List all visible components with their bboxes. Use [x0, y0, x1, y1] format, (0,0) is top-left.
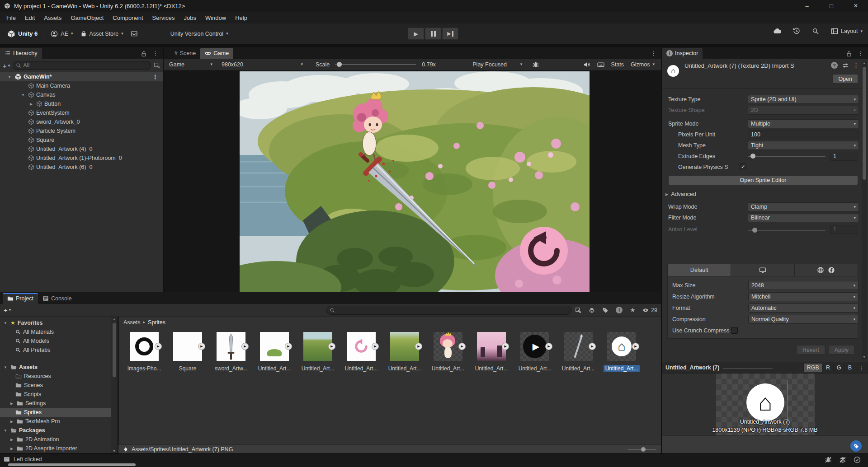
- hierarchy-item[interactable]: Particle System: [0, 126, 163, 135]
- asset-item[interactable]: ▶ ▶ Untitled_Art...: [514, 332, 556, 378]
- hierarchy-item[interactable]: Main Camera: [0, 81, 163, 90]
- asset-item selected[interactable]: ⌂ ▶ Untitled_Art...: [601, 332, 642, 378]
- use-crunch-checkbox[interactable]: [731, 327, 738, 334]
- asset-item[interactable]: ▶ Untitled_Art...: [340, 332, 382, 378]
- expand-subassets-icon[interactable]: ▶: [328, 343, 335, 350]
- header-menu-icon[interactable]: ⋮: [853, 62, 859, 69]
- expand-subassets-icon[interactable]: ▶: [198, 343, 205, 350]
- resize-algorithm-dropdown[interactable]: Mitchell▾: [748, 292, 859, 301]
- advanced-foldout[interactable]: ▶ Advanced: [665, 190, 696, 199]
- asset-item[interactable]: ▶ Untitled_Art...: [427, 332, 469, 378]
- presets-icon[interactable]: [842, 62, 849, 69]
- preview-menu-icon[interactable]: ⋮: [859, 364, 864, 371]
- menu-window[interactable]: Window: [201, 12, 231, 23]
- panel-menu-icon[interactable]: ⋮: [858, 50, 863, 57]
- help-icon[interactable]: ?: [831, 62, 838, 69]
- filter-mode-dropdown[interactable]: Bilinear▾: [748, 213, 859, 222]
- search-icon[interactable]: [812, 28, 819, 35]
- menu-edit[interactable]: Edit: [20, 12, 39, 23]
- minimize-button[interactable]: –: [795, 0, 819, 12]
- extrude-edges-slider[interactable]: [748, 156, 826, 157]
- folder-scenes[interactable]: Scenes: [0, 381, 111, 390]
- folder-textmesh-pro[interactable]: ▶ TextMesh Pro: [0, 417, 111, 426]
- lock-icon[interactable]: [846, 51, 852, 57]
- expand-subassets-icon[interactable]: ▶: [155, 343, 162, 350]
- menu-gameobject[interactable]: GameObject: [66, 12, 108, 23]
- filter-by-type-icon[interactable]: [589, 307, 595, 313]
- foldout-open-icon[interactable]: ▼: [6, 75, 13, 79]
- texture-type-dropdown[interactable]: Sprite (2D and UI)▾: [748, 95, 859, 104]
- assets-root-foldout[interactable]: ▼ Assets: [0, 363, 111, 372]
- asset-labels-button[interactable]: [850, 440, 862, 452]
- search-pick-icon[interactable]: [154, 62, 160, 69]
- expand-subassets-icon[interactable]: ▶: [545, 343, 552, 350]
- platform-tab-web[interactable]: [795, 264, 858, 276]
- breadcrumb-current[interactable]: Sprites: [148, 319, 165, 326]
- expand-subassets-icon[interactable]: ▶: [285, 343, 292, 350]
- inspector-scrollbar[interactable]: ▲ ▼: [862, 61, 867, 360]
- mute-console-bug-icon[interactable]: [825, 456, 832, 463]
- asset-item[interactable]: ▶ sword_Artw...: [210, 332, 252, 378]
- preview-drag-handle[interactable]: [723, 367, 773, 369]
- history-icon[interactable]: [793, 28, 800, 35]
- create-asset-button[interactable]: +▾: [4, 306, 11, 314]
- stats-toggle[interactable]: Stats: [611, 61, 624, 68]
- favorites-foldout[interactable]: ▼ ★ Favorites: [0, 318, 111, 327]
- apply-button[interactable]: Apply: [829, 345, 854, 355]
- unity-hub-button[interactable]: Unity 6: [4, 27, 41, 41]
- channel-g-button[interactable]: G: [833, 364, 844, 372]
- asset-item[interactable]: ▶ Untitled_Art...: [471, 332, 512, 378]
- account-dropdown[interactable]: AE▾: [47, 27, 76, 41]
- hierarchy-item[interactable]: Square: [0, 135, 163, 145]
- version-control-dropdown[interactable]: Unity Version Control▾: [167, 27, 232, 41]
- step-button[interactable]: ▶: [442, 28, 458, 40]
- expand-subassets-icon[interactable]: ▶: [241, 343, 249, 350]
- pixels-per-unit-field[interactable]: 100: [748, 130, 859, 139]
- hierarchy-item[interactable]: Untitled_Artwork (4)_0: [0, 145, 163, 154]
- mesh-type-dropdown[interactable]: Tight▾: [748, 141, 859, 150]
- tab-hierarchy[interactable]: Hierarchy: [0, 48, 42, 59]
- revert-button[interactable]: Revert: [797, 345, 825, 355]
- folder-sprites[interactable]: Sprites: [0, 408, 111, 417]
- expand-subassets-icon[interactable]: ▶: [372, 343, 379, 350]
- display-dropdown[interactable]: Game▾: [166, 60, 215, 69]
- hierarchy-item[interactable]: sword_Artwork_0: [0, 117, 163, 126]
- folder-resources[interactable]: Resources: [0, 372, 111, 381]
- favorites-star-icon[interactable]: ★: [630, 307, 635, 313]
- hierarchy-item[interactable]: ▼ Canvas: [0, 90, 163, 99]
- favorite-all-models[interactable]: All Models: [0, 336, 111, 346]
- asset-item[interactable]: ▶ Untitled_Art...: [557, 332, 599, 378]
- folder-scripts[interactable]: Scripts: [0, 390, 111, 399]
- cloud-icon[interactable]: [773, 27, 781, 35]
- foldout-closed-icon[interactable]: ▶: [28, 102, 34, 106]
- tab-game[interactable]: Game: [200, 48, 233, 59]
- expand-subassets-icon[interactable]: ▶: [632, 343, 639, 350]
- hierarchy-item[interactable]: Untitled_Artwork (1)-Photoroom_0: [0, 154, 163, 163]
- scroll-up-icon[interactable]: ▲: [863, 61, 866, 65]
- package-manager-button[interactable]: [127, 27, 142, 41]
- close-button[interactable]: ×: [844, 0, 868, 12]
- tab-inspector[interactable]: i Inspector: [662, 48, 703, 59]
- expand-subassets-icon[interactable]: ▶: [458, 343, 466, 350]
- open-sprite-editor-button[interactable]: Open Sprite Editor: [668, 175, 858, 185]
- asset-item[interactable]: ▶ Untitled_Art...: [254, 332, 295, 378]
- project-search-input[interactable]: [326, 306, 571, 315]
- hierarchy-item[interactable]: EventSystem: [0, 108, 163, 117]
- tree-scrollbar[interactable]: ▲ ▼: [111, 317, 118, 453]
- log-icon[interactable]: !: [616, 307, 623, 313]
- lock-icon[interactable]: [141, 51, 147, 57]
- platform-tab-standalone[interactable]: [731, 264, 794, 276]
- menu-file[interactable]: File: [2, 12, 20, 23]
- folder-settings[interactable]: ▶ Settings: [0, 399, 111, 408]
- open-search-window-icon[interactable]: [575, 307, 581, 313]
- asset-item[interactable]: ▶ Untitled_Art...: [297, 332, 339, 378]
- max-size-dropdown[interactable]: 2048▾: [748, 281, 859, 290]
- play-mode-dropdown[interactable]: Play Focused▾: [470, 60, 525, 69]
- asset-store-dropdown[interactable]: Asset Store▾: [77, 27, 127, 41]
- filter-by-label-icon[interactable]: [602, 307, 609, 313]
- scroll-down-icon[interactable]: ▼: [863, 355, 866, 359]
- platform-tab-default[interactable]: Default: [668, 264, 731, 276]
- resolution-dropdown[interactable]: 980x620▾: [219, 60, 306, 69]
- progress-check-icon[interactable]: [854, 456, 861, 463]
- channel-r-button[interactable]: R: [822, 364, 833, 372]
